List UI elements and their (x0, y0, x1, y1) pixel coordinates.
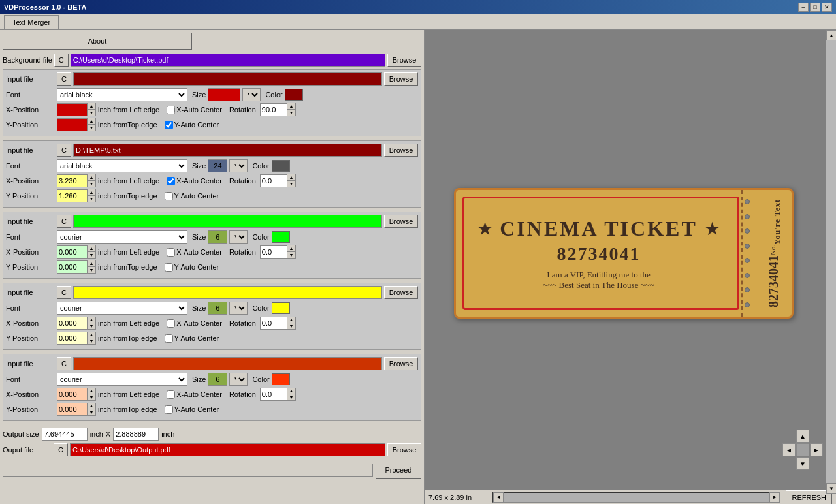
input1-browse-button[interactable]: Browse (384, 72, 418, 86)
input2-rotation-input[interactable] (261, 175, 287, 187)
close-btn[interactable]: ✕ (822, 3, 832, 12)
input2-ypos-up[interactable]: ▲ (88, 189, 95, 196)
input1-rot-up[interactable]: ▲ (287, 103, 295, 110)
input3-xpos-down[interactable]: ▼ (88, 252, 95, 259)
input1-ypos-up[interactable]: ▲ (88, 118, 95, 125)
input5-rot-up[interactable]: ▲ (287, 388, 295, 394)
scrollbar-horizontal[interactable]: ◄ ► (492, 492, 780, 503)
input4-rotation-input[interactable] (261, 317, 287, 329)
input1-path-input[interactable] (73, 72, 382, 86)
input5-ypos-spinbox[interactable]: ▲ ▼ (57, 403, 96, 416)
background-browse-button[interactable]: Browse (387, 54, 421, 67)
input4-ypos-spinbox[interactable]: ▲ ▼ (57, 332, 96, 345)
input3-browse-button[interactable]: Browse (384, 215, 418, 228)
input3-size-dropdown[interactable]: ▼ (229, 230, 248, 244)
input3-rotation-input[interactable] (261, 246, 287, 258)
input2-xpos-input[interactable] (57, 175, 87, 187)
input5-xpos-up[interactable]: ▲ (88, 388, 95, 394)
background-path-input[interactable] (71, 54, 385, 67)
input2-path-input[interactable] (73, 144, 382, 157)
output-c-button[interactable]: C (54, 443, 68, 456)
input4-xpos-input[interactable] (57, 317, 87, 329)
input1-xpos-input[interactable] (57, 104, 87, 116)
input5-ypos-up[interactable]: ▲ (88, 403, 95, 409)
input2-rotation-spinbox[interactable]: ▲ ▼ (260, 174, 296, 187)
input1-font-select[interactable]: arial black courier arial (57, 88, 187, 101)
input5-rotation-spinbox[interactable]: ▲ ▼ (260, 388, 296, 401)
input5-font-select[interactable]: courier arial black (57, 373, 187, 386)
input1-color-swatch[interactable] (285, 89, 303, 101)
input1-rotation-input[interactable] (261, 104, 287, 116)
input4-path-input[interactable] (73, 286, 382, 299)
input3-xpos-up[interactable]: ▲ (88, 245, 95, 252)
input3-xauto-check[interactable] (167, 248, 175, 257)
input2-xpos-up[interactable]: ▲ (88, 174, 95, 181)
scroll-right-btn[interactable]: ► (769, 492, 780, 503)
input1-xpos-up[interactable]: ▲ (88, 103, 95, 110)
nav-up-btn[interactable]: ▲ (796, 430, 809, 443)
input3-xpos-input[interactable] (57, 246, 87, 258)
input4-size-dropdown[interactable]: ▼ (229, 302, 248, 315)
input5-xpos-down[interactable]: ▼ (88, 394, 95, 401)
input2-rot-up[interactable]: ▲ (287, 174, 295, 181)
input1-ypos-spinbox[interactable]: ▲ ▼ (57, 118, 96, 131)
proceed-button[interactable]: Proceed (376, 462, 421, 479)
input3-yauto-check[interactable] (165, 263, 173, 272)
input3-ypos-spinbox[interactable]: ▲ ▼ (57, 260, 96, 274)
input2-size-dropdown[interactable]: ▼ (229, 159, 248, 172)
input1-ypos-input[interactable] (57, 119, 87, 131)
input1-c-button[interactable]: C (57, 72, 71, 86)
minimize-btn[interactable]: – (798, 3, 809, 12)
input4-font-select[interactable]: courier arial black (57, 302, 187, 315)
tab-text-merger[interactable]: Text Merger (4, 15, 59, 29)
input4-xpos-down[interactable]: ▼ (88, 323, 95, 330)
input2-ypos-down[interactable]: ▼ (88, 196, 95, 202)
nav-left-btn[interactable]: ◄ (782, 443, 796, 456)
output-path-input[interactable] (70, 443, 385, 456)
input3-xpos-spinbox[interactable]: ▲ ▼ (57, 245, 96, 259)
input5-size-dropdown[interactable]: ▼ (229, 373, 248, 386)
input1-rotation-spinbox[interactable]: ▲ ▼ (260, 103, 296, 116)
about-button[interactable]: About (3, 33, 192, 50)
input1-ypos-down[interactable]: ▼ (88, 125, 95, 131)
input2-xpos-spinbox[interactable]: ▲ ▼ (57, 174, 96, 187)
input5-yauto-check[interactable] (165, 405, 173, 414)
input4-ypos-input[interactable] (57, 332, 87, 344)
input5-xauto-check[interactable] (167, 390, 175, 399)
input5-xpos-input[interactable] (57, 388, 87, 400)
input4-rot-down[interactable]: ▼ (287, 323, 295, 330)
input5-xpos-spinbox[interactable]: ▲ ▼ (57, 388, 96, 401)
input2-ypos-spinbox[interactable]: ▲ ▼ (57, 189, 96, 202)
input3-ypos-up[interactable]: ▲ (88, 260, 95, 267)
input1-xpos-down[interactable]: ▼ (88, 110, 95, 116)
input2-font-select[interactable]: arial black courier (57, 159, 187, 172)
input2-ypos-input[interactable] (57, 190, 87, 202)
input5-browse-button[interactable]: Browse (384, 357, 418, 370)
input3-rot-down[interactable]: ▼ (287, 252, 295, 259)
input3-color-swatch[interactable] (272, 231, 290, 243)
input2-yauto-check[interactable] (165, 192, 173, 200)
output-browse-button[interactable]: Browse (387, 443, 421, 456)
input2-xpos-down[interactable]: ▼ (88, 181, 95, 187)
input4-color-swatch[interactable] (272, 302, 290, 314)
output-height-input[interactable] (113, 428, 159, 441)
nav-down-btn[interactable]: ▼ (796, 457, 809, 470)
input4-rotation-spinbox[interactable]: ▲ ▼ (260, 317, 296, 330)
input1-yauto-check[interactable] (165, 121, 173, 129)
input4-c-button[interactable]: C (57, 286, 71, 299)
input4-yauto-check[interactable] (165, 334, 173, 343)
input5-c-button[interactable]: C (57, 357, 71, 370)
input2-c-button[interactable]: C (57, 144, 71, 157)
input4-xpos-up[interactable]: ▲ (88, 317, 95, 323)
input3-rotation-spinbox[interactable]: ▲ ▼ (260, 245, 296, 259)
input5-color-swatch[interactable] (272, 373, 290, 385)
input4-browse-button[interactable]: Browse (384, 286, 418, 299)
input3-ypos-input[interactable] (57, 261, 87, 273)
input1-rot-down[interactable]: ▼ (287, 110, 295, 116)
input4-ypos-up[interactable]: ▲ (88, 332, 95, 338)
input2-rot-down[interactable]: ▼ (287, 181, 295, 187)
input2-browse-button[interactable]: Browse (384, 144, 418, 157)
input4-ypos-down[interactable]: ▼ (88, 338, 95, 345)
background-c-button[interactable]: C (54, 54, 69, 67)
input2-xauto-check[interactable] (167, 177, 175, 185)
